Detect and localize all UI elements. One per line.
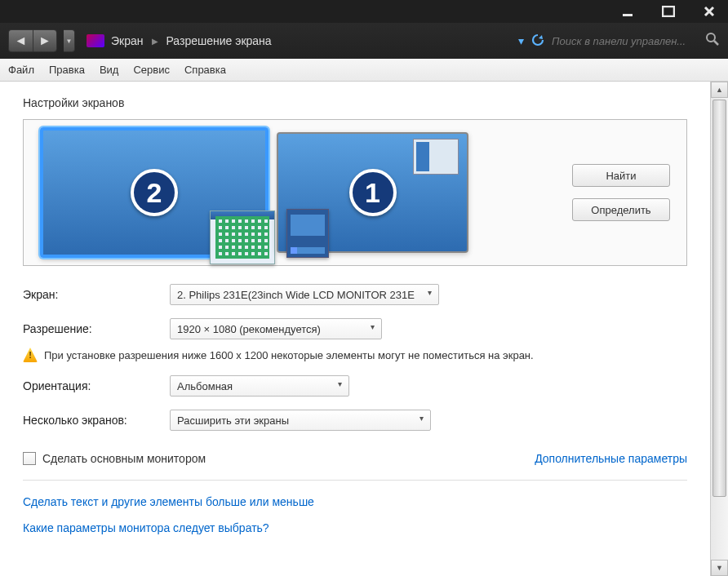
- monitor-2[interactable]: 2: [40, 127, 269, 258]
- multi-display-label: Несколько экранов:: [23, 414, 170, 427]
- vertical-scrollbar[interactable]: ▲ ▼: [710, 82, 728, 576]
- monitor-thumb-icon: [413, 139, 459, 175]
- menu-help[interactable]: Справка: [184, 64, 226, 76]
- orientation-select[interactable]: Альбомная: [170, 375, 349, 397]
- menu-view[interactable]: Вид: [100, 64, 119, 76]
- menu-file[interactable]: Файл: [8, 64, 34, 76]
- display-preview: 2 1 Найти Определить: [23, 119, 687, 266]
- titlebar: [0, 0, 728, 23]
- breadcrumb-item[interactable]: Экран: [111, 34, 144, 47]
- advanced-settings-link[interactable]: Дополнительные параметры: [535, 452, 687, 465]
- section-title: Настройки экранов: [23, 96, 687, 109]
- monitor-1[interactable]: 1: [277, 132, 468, 253]
- menubar: Файл Правка Вид Сервис Справка: [0, 59, 728, 82]
- maximize-button[interactable]: [656, 3, 681, 20]
- display-label: Экран:: [23, 288, 170, 301]
- breadcrumb[interactable]: Экран ▶ Разрешение экрана: [111, 34, 512, 47]
- refresh-icon[interactable]: [530, 33, 545, 50]
- monitor-thumb-icon: [210, 210, 275, 264]
- make-primary-label: Сделать основным монитором: [42, 452, 206, 465]
- history-dropdown[interactable]: ▼: [64, 29, 75, 52]
- dropdown-icon[interactable]: ▾: [518, 34, 524, 47]
- control-panel-icon: [87, 34, 104, 47]
- resolution-label: Разрешение:: [23, 322, 170, 335]
- scroll-track[interactable]: [711, 98, 728, 560]
- minimize-button[interactable]: [615, 3, 640, 20]
- navbar: ◄ ► ▼ Экран ▶ Разрешение экрана ▾ Поиск …: [0, 23, 728, 59]
- content-area: Настройки экранов 2 1 Найти Определить Э…: [0, 82, 710, 576]
- make-primary-checkbox[interactable]: [23, 452, 36, 465]
- identify-button[interactable]: Определить: [572, 198, 670, 221]
- which-settings-link[interactable]: Какие параметры монитора следует выбрать…: [23, 521, 687, 534]
- back-button[interactable]: ◄: [8, 29, 33, 52]
- monitor-number: 2: [131, 169, 178, 216]
- separator: [23, 480, 687, 481]
- warning-text: При установке разрешения ниже 1600 х 120…: [44, 349, 534, 361]
- menu-edit[interactable]: Правка: [49, 64, 85, 76]
- close-button[interactable]: [697, 3, 721, 20]
- find-button[interactable]: Найти: [572, 164, 670, 187]
- breadcrumb-item[interactable]: Разрешение экрана: [166, 34, 272, 47]
- monitor-thumb-icon: [286, 209, 329, 258]
- scroll-up-button[interactable]: ▲: [711, 82, 728, 98]
- monitor-number: 1: [349, 169, 397, 216]
- text-size-link[interactable]: Сделать текст и другие элементы больше и…: [23, 495, 687, 508]
- forward-button[interactable]: ►: [33, 29, 57, 52]
- orientation-label: Ориентация:: [23, 379, 170, 392]
- svg-rect-0: [623, 14, 633, 16]
- chevron-right-icon: ▶: [152, 37, 158, 46]
- resolution-select[interactable]: 1920 × 1080 (рекомендуется): [170, 318, 382, 339]
- search-input[interactable]: Поиск в панели управлен...: [552, 35, 699, 47]
- svg-rect-1: [663, 7, 674, 16]
- scroll-thumb[interactable]: [712, 100, 726, 497]
- multi-display-select[interactable]: Расширить эти экраны: [170, 410, 431, 431]
- scroll-down-button[interactable]: ▼: [711, 560, 728, 576]
- display-select[interactable]: 2. Philips 231E(23inch Wide LCD MONITOR …: [170, 284, 439, 305]
- search-icon[interactable]: [705, 32, 720, 50]
- svg-point-2: [707, 33, 715, 42]
- menu-service[interactable]: Сервис: [133, 64, 170, 76]
- warning-icon: !: [23, 348, 38, 362]
